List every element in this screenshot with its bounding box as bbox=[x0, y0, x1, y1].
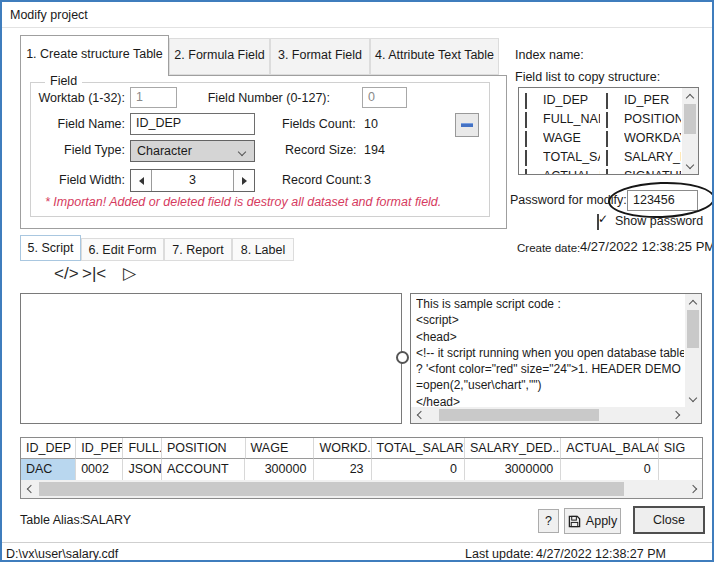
help-button[interactable]: ? bbox=[538, 509, 559, 533]
checkbox-field-3[interactable] bbox=[606, 113, 608, 127]
arrow-right-icon bbox=[242, 177, 247, 185]
checkbox-field-9[interactable] bbox=[606, 170, 608, 175]
scrollbar-thumb[interactable] bbox=[39, 482, 624, 496]
sample-hscrollbar[interactable] bbox=[411, 407, 685, 423]
table-cell[interactable]: 0002 bbox=[76, 459, 123, 480]
scrollbar-thumb[interactable] bbox=[684, 104, 696, 134]
field-type-label: Field Type: bbox=[30, 143, 125, 157]
column-header[interactable]: TOTAL_SALARY bbox=[372, 438, 465, 459]
decrement-button[interactable] bbox=[131, 170, 152, 191]
password-input[interactable]: 123456 bbox=[627, 190, 698, 211]
sample-script-panel[interactable]: This is sample script code : <script> <h… bbox=[410, 293, 702, 424]
close-button[interactable]: Close bbox=[633, 506, 705, 534]
worktab-input[interactable]: 1 bbox=[130, 87, 177, 108]
index-name-label: Index name: bbox=[515, 48, 584, 62]
code-icon[interactable]: </> bbox=[54, 264, 79, 284]
table-header-row: ID_DEP ID_PER FULL... POSITION WAGE WORK… bbox=[21, 438, 702, 459]
apply-button[interactable]: Apply bbox=[564, 508, 621, 534]
table-cell[interactable]: 3000000 bbox=[465, 459, 561, 480]
scroll-right-icon[interactable] bbox=[669, 407, 685, 423]
field-item-label: ID_PER bbox=[624, 93, 681, 107]
checkbox-field-4[interactable] bbox=[525, 132, 527, 146]
column-header[interactable]: POSITION bbox=[162, 438, 246, 459]
field-type-dropdown[interactable]: Character bbox=[130, 140, 255, 162]
last-update-value: 4/27/2022 12:38:27 PM bbox=[536, 547, 666, 561]
checkbox-field-8[interactable] bbox=[525, 170, 527, 175]
show-password-checkbox[interactable]: ✓ bbox=[597, 215, 599, 229]
field-list-scrollbar[interactable] bbox=[682, 88, 698, 174]
worktab-label: Worktab (1-32): bbox=[30, 91, 125, 105]
field-item-label: TOTAL_SAI bbox=[543, 150, 600, 164]
table-row[interactable]: DAC 0002 JSON ACCOUNT 300000 23 0 300000… bbox=[21, 459, 702, 480]
remove-field-button[interactable] bbox=[455, 113, 479, 137]
checkbox-field-6[interactable] bbox=[525, 151, 527, 165]
table-cell[interactable]: 300000 bbox=[245, 459, 314, 480]
column-header[interactable]: ID_DEP bbox=[21, 438, 76, 459]
column-header[interactable]: SALARY_DED... bbox=[465, 438, 561, 459]
tab-format-field[interactable]: 3. Format Field bbox=[270, 38, 370, 75]
table-hscrollbar[interactable] bbox=[21, 480, 702, 498]
scroll-up-icon[interactable] bbox=[685, 294, 701, 310]
table-cell-selected[interactable]: DAC bbox=[21, 459, 76, 480]
table-cell[interactable]: 23 bbox=[314, 459, 371, 480]
script-editor[interactable] bbox=[20, 293, 402, 424]
code-line: This is sample script code : bbox=[416, 296, 684, 312]
field-width-value: 3 bbox=[152, 170, 233, 191]
scrollbar-corner bbox=[685, 407, 701, 423]
column-header[interactable]: WAGE bbox=[246, 438, 315, 459]
scroll-left-icon[interactable] bbox=[411, 407, 427, 423]
tab-attribute-text-table[interactable]: 4. Attribute Text Table bbox=[370, 38, 499, 75]
sample-vscrollbar[interactable] bbox=[685, 294, 701, 407]
table-cell[interactable]: ACCOUNT bbox=[162, 459, 246, 480]
field-item-label: ACTUAL_B bbox=[543, 169, 600, 175]
table-cell[interactable] bbox=[659, 459, 702, 480]
column-header[interactable]: FULL... bbox=[123, 438, 161, 459]
column-header[interactable]: SIG bbox=[659, 438, 702, 459]
checkbox-field-5[interactable] bbox=[606, 132, 608, 146]
code-line: <!-- it script running when you open dat… bbox=[416, 345, 684, 361]
column-header[interactable]: ID_PER bbox=[76, 438, 123, 459]
column-header[interactable]: WORKD... bbox=[314, 438, 371, 459]
scroll-up-icon[interactable] bbox=[682, 88, 698, 104]
field-item-label: FULL_NAM bbox=[543, 112, 600, 126]
field-name-input[interactable]: ID_DEP bbox=[130, 113, 255, 135]
tab-formula-field[interactable]: 2. Formula Field bbox=[169, 38, 270, 75]
sample-script-text: This is sample script code : <script> <h… bbox=[416, 296, 684, 408]
scroll-down-icon[interactable] bbox=[685, 391, 701, 407]
tab-report[interactable]: 7. Report bbox=[164, 238, 232, 261]
record-count-value: 3 bbox=[364, 173, 371, 187]
tab-label[interactable]: 8. Label bbox=[232, 238, 294, 261]
code-line: =open(2,"user\chart","") bbox=[416, 377, 684, 393]
tab-edit-form[interactable]: 6. Edit Form bbox=[81, 238, 164, 261]
scroll-down-icon[interactable] bbox=[682, 158, 698, 174]
record-count-label: Record Count: bbox=[282, 173, 363, 187]
increment-button[interactable] bbox=[233, 170, 254, 191]
field-width-stepper: 3 bbox=[130, 169, 255, 192]
checkbox-field-1[interactable] bbox=[606, 94, 608, 108]
field-groupbox-legend: Field bbox=[45, 74, 82, 88]
checkbox-field-7[interactable] bbox=[606, 151, 608, 165]
checkbox-field-2[interactable] bbox=[525, 113, 527, 127]
table-cell[interactable]: 0 bbox=[561, 459, 658, 480]
table-alias-label: Table Alias: bbox=[20, 513, 83, 527]
scrollbar-thumb[interactable] bbox=[439, 409, 599, 421]
tab-script[interactable]: 5. Script bbox=[20, 235, 81, 261]
checkbox-field-0[interactable] bbox=[525, 94, 527, 108]
table-cell[interactable]: 0 bbox=[372, 459, 465, 480]
scroll-right-icon[interactable] bbox=[686, 481, 702, 497]
field-number-input[interactable]: 0 bbox=[362, 87, 407, 108]
splitter-handle[interactable] bbox=[396, 351, 409, 364]
tab-create-structure-table[interactable]: 1. Create structure Table bbox=[20, 35, 169, 76]
run-icon[interactable]: ▷ bbox=[123, 263, 136, 284]
table-cell[interactable]: JSON bbox=[123, 459, 161, 480]
titlebar-divider bbox=[2, 27, 712, 28]
scrollbar-thumb[interactable] bbox=[687, 310, 699, 348]
field-copy-listbox[interactable]: ID_DEP ID_PER FULL_NAM POSITION WAGE WOR… bbox=[518, 87, 699, 175]
field-item-label: SALARY_D bbox=[624, 150, 681, 164]
table-alias-value: SALARY bbox=[82, 513, 131, 527]
field-item-label: POSITION bbox=[624, 112, 681, 126]
collapse-icon[interactable]: >|< bbox=[82, 264, 106, 284]
scroll-left-icon[interactable] bbox=[21, 481, 37, 497]
column-header[interactable]: ACTUAL_BALACE bbox=[561, 438, 658, 459]
save-icon bbox=[568, 515, 581, 528]
